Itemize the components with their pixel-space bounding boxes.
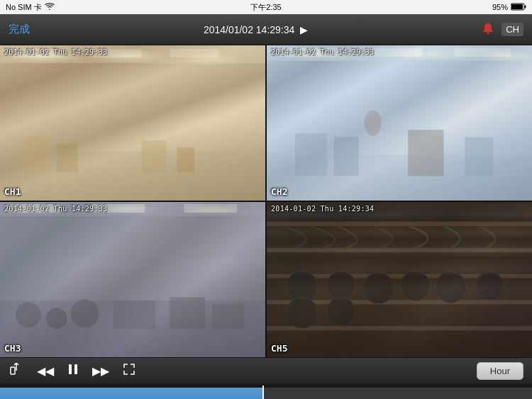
ch1-timestamp: 2014-01-02 Thu 14:29:33 [4, 48, 107, 56]
battery-icon [511, 3, 526, 12]
timeline-active-segment [0, 388, 262, 399]
svg-rect-43 [0, 216, 265, 259]
status-left: No SIM 卡 [6, 2, 55, 13]
svg-rect-30 [334, 137, 359, 176]
camera-cell-ch5[interactable]: 2014-01-02 Thu 14:29:34 CH5 [267, 202, 532, 357]
svg-rect-27 [454, 48, 511, 57]
svg-rect-68 [11, 367, 15, 374]
svg-point-67 [327, 297, 355, 325]
title-area: 2014/01/02 14:29:34 ▶ [204, 24, 308, 35]
status-bar: No SIM 卡 下午2:35 95% [0, 0, 532, 14]
svg-point-34 [365, 111, 382, 136]
expand-button[interactable] [122, 362, 136, 379]
svg-point-19 [106, 116, 121, 137]
svg-rect-33 [465, 137, 493, 176]
svg-rect-52 [267, 222, 532, 226]
status-time: 下午2:35 [250, 2, 281, 13]
svg-rect-53 [267, 248, 532, 252]
hour-button[interactable]: Hour [477, 362, 523, 380]
svg-rect-71 [74, 364, 77, 374]
svg-rect-42 [184, 204, 237, 213]
ch3-label: CH3 [4, 343, 21, 354]
done-button[interactable]: 完成 [9, 23, 30, 36]
status-right: 95% [492, 3, 526, 12]
battery-percentage: 95% [492, 3, 508, 11]
carrier-label: No SIM 卡 [6, 2, 42, 13]
nav-play-button[interactable]: ▶ [300, 24, 308, 35]
svg-rect-49 [170, 297, 205, 329]
svg-rect-4 [487, 22, 489, 23]
camera-cell-ch2[interactable]: 2014-01-02 Thu 14:29:33 CH2 [267, 45, 532, 201]
ch3-timestamp: 2014-01-02 Thu 14:29:33 [4, 205, 107, 213]
svg-rect-70 [69, 364, 72, 374]
svg-rect-50 [212, 304, 244, 329]
forward-button[interactable]: ▶▶ [91, 363, 111, 379]
svg-point-62 [363, 273, 394, 304]
ch5-label: CH5 [271, 343, 287, 354]
nav-timestamp: 2014/01/02 14:29:34 [204, 24, 294, 35]
svg-rect-2 [511, 4, 523, 9]
svg-point-45 [16, 302, 41, 327]
ch2-label: CH2 [271, 186, 287, 197]
svg-rect-1 [525, 5, 526, 8]
rewind-button[interactable]: ◀◀ [35, 363, 55, 379]
svg-rect-15 [21, 137, 50, 172]
svg-point-61 [327, 271, 355, 300]
svg-rect-32 [408, 130, 443, 176]
svg-rect-26 [366, 48, 423, 57]
svg-point-65 [475, 272, 504, 300]
svg-rect-29 [295, 133, 327, 176]
ch5-timestamp: 2014-01-02 Thu 14:29:34 [271, 205, 374, 213]
svg-point-63 [400, 271, 430, 301]
ch1-label: CH1 [4, 186, 21, 197]
controls-bar: ◀◀ ▶▶ Hour [0, 357, 532, 383]
share-button[interactable] [9, 361, 24, 380]
pause-button[interactable] [67, 362, 79, 379]
svg-rect-16 [57, 144, 78, 172]
svg-point-66 [287, 297, 318, 328]
ch2-timestamp: 2014-01-02 Thu 14:29:33 [271, 48, 374, 56]
camera-cell-ch1[interactable]: 2014-01-02 Thu 14:29:33 CH1 [0, 45, 265, 201]
timeline-bar[interactable]: 1 3 5 7 9 11 13 15 17 19 21 23 1 [0, 383, 532, 399]
bell-icon [482, 22, 494, 38]
svg-point-46 [46, 308, 67, 329]
nav-right-controls: CH [482, 22, 523, 38]
svg-point-3 [487, 32, 489, 34]
camera-grid: 2014-01-02 Thu 14:29:33 CH1 20 [0, 45, 532, 357]
timeline-cursor [262, 386, 264, 399]
svg-rect-17 [141, 140, 166, 172]
camera-cell-ch3[interactable]: 2014-01-02 Thu 14:29:33 CH3 [0, 202, 265, 357]
ch-label: CH [501, 23, 523, 36]
svg-point-64 [435, 272, 466, 303]
nav-bar: 完成 2014/01/02 14:29:34 ▶ CH [0, 14, 532, 45]
svg-rect-48 [113, 300, 156, 329]
svg-rect-13 [170, 49, 219, 57]
svg-rect-18 [177, 147, 194, 172]
svg-point-47 [71, 299, 99, 327]
wifi-icon [45, 3, 55, 11]
